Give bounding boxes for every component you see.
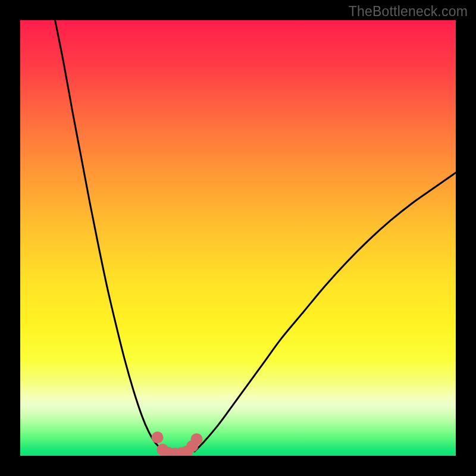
svg-point-1 — [152, 431, 164, 443]
right-curve — [195, 173, 456, 451]
chart-frame: TheBottleneck.com — [0, 0, 476, 476]
left-curve — [55, 20, 167, 452]
svg-point-8 — [190, 433, 202, 445]
plot-area — [20, 20, 456, 456]
watermark-text: TheBottleneck.com — [349, 4, 468, 20]
curve-layer — [20, 20, 456, 456]
